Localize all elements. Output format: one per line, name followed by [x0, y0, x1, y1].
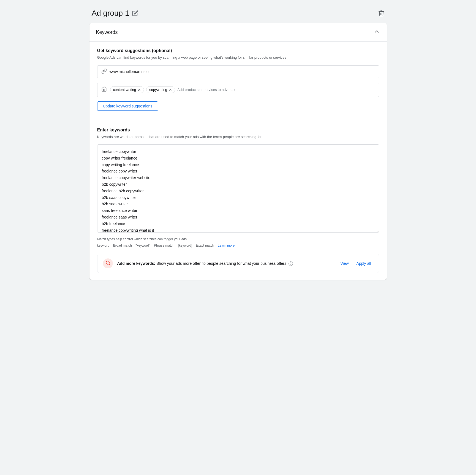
exact-match-label: [keyword] = Exact match [178, 244, 217, 247]
keyword-suggestions-section: Get keyword suggestions (optional) Googl… [97, 48, 379, 118]
tag-chip-copywriting: copywriting ✕ [146, 86, 175, 93]
card-body: Get keyword suggestions (optional) Googl… [89, 42, 387, 280]
page-title: Ad group 1 [92, 9, 129, 18]
broad-match-label: keyword = Broad match [97, 244, 135, 247]
keywords-textarea[interactable]: freelance copywriter copy writer freelan… [97, 144, 379, 233]
tag-chip-content-writing: content writing ✕ [110, 86, 144, 93]
edit-icon[interactable] [132, 10, 138, 16]
tag-label: content writing [113, 88, 136, 92]
learn-more-link[interactable]: Learn more [218, 244, 235, 247]
url-input-wrapper[interactable] [97, 65, 379, 78]
search-icon-circle [103, 258, 113, 268]
page-title-area: Ad group 1 [92, 9, 138, 18]
phrase-match-label: "keyword" = Phrase match [135, 244, 177, 247]
search-icon [105, 260, 110, 267]
view-button[interactable]: View [338, 260, 351, 267]
page-container: Ad group 1 Keywords [89, 4, 387, 280]
card-header: Keywords [89, 23, 387, 42]
banner-text: Add more keywords: Show your ads more of… [117, 261, 293, 266]
tags-input-wrapper[interactable]: content writing ✕ copywriting ✕ Add prod… [97, 83, 379, 97]
banner-actions: View Apply all [338, 260, 373, 267]
add-more-keywords-banner: Add more keywords: Show your ads more of… [97, 254, 379, 273]
banner-left: Add more keywords: Show your ads more of… [103, 258, 293, 268]
store-icon [101, 86, 107, 93]
match-type-line1: Match types help control which searches … [97, 237, 379, 242]
delete-icon[interactable] [378, 10, 385, 17]
svg-line-1 [109, 264, 110, 265]
tag-label: copywriting [149, 88, 167, 92]
tags-placeholder: Add products or services to advertise [177, 88, 236, 92]
enter-keywords-title: Enter keywords [97, 128, 379, 133]
help-icon[interactable]: ? [289, 261, 293, 266]
banner-text-bold: Add more keywords: [117, 261, 155, 266]
remove-tag-copywriting[interactable]: ✕ [169, 88, 172, 92]
keywords-card: Keywords Get keyword suggestions (option… [89, 23, 387, 280]
suggestions-section-title: Get keyword suggestions (optional) [97, 48, 379, 53]
remove-tag-content-writing[interactable]: ✕ [138, 88, 141, 92]
divider [97, 121, 379, 121]
url-input[interactable] [110, 69, 375, 74]
enter-keywords-section: Enter keywords Keywords are words or phr… [97, 128, 379, 249]
page-header: Ad group 1 [89, 4, 387, 23]
collapse-icon[interactable] [374, 28, 380, 36]
update-keyword-suggestions-button[interactable]: Update keyword suggestions [97, 101, 158, 111]
keywords-textarea-container: freelance copywriter copy writer freelan… [97, 144, 379, 237]
apply-all-button[interactable]: Apply all [354, 260, 373, 267]
link-icon [101, 68, 107, 75]
banner-text-normal: Show your ads more often to people searc… [156, 261, 286, 266]
match-type-line2: keyword = Broad match "keyword" = Phrase… [97, 243, 379, 248]
card-title: Keywords [96, 29, 118, 35]
suggestions-section-subtitle: Google Ads can find keywords for you by … [97, 55, 379, 60]
enter-keywords-subtitle: Keywords are words or phrases that are u… [97, 134, 379, 140]
